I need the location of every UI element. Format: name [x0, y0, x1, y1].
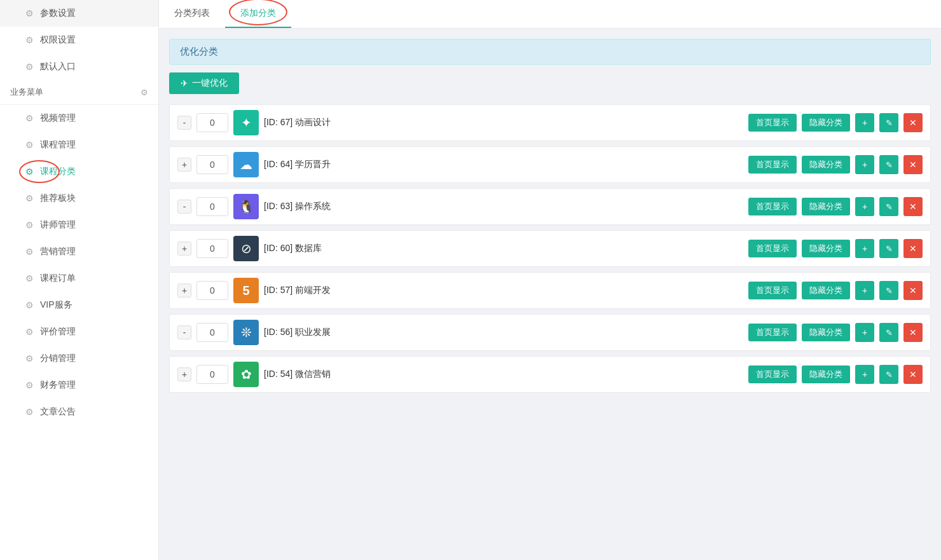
sidebar-item-video-mgmt[interactable]: ⚙ 视频管理 [0, 105, 158, 132]
sidebar-item-label: 权限设置 [40, 34, 76, 46]
sidebar-item-label: 营销管理 [40, 246, 76, 257]
add-child-btn[interactable]: + [855, 155, 874, 174]
add-child-btn[interactable]: + [855, 113, 874, 132]
section-gear-icon[interactable]: ⚙ [141, 88, 148, 97]
sidebar-item-label: 评价管理 [40, 326, 76, 338]
order-input[interactable] [196, 113, 228, 132]
show-home-btn[interactable]: 首页显示 [748, 114, 797, 132]
category-icon: ❊ [233, 320, 259, 345]
sort-decrease-btn[interactable]: - [177, 116, 191, 130]
optimize-btn-label: 一键优化 [192, 78, 228, 89]
edit-btn[interactable]: ✎ [879, 239, 898, 258]
content-area: 优化分类 ✈ 一键优化 - ✦ [ID: 67] 动画设计 首页显示 隐藏分类 … [159, 29, 941, 560]
table-row: - ✦ [ID: 67] 动画设计 首页显示 隐藏分类 + ✎ ✕ [169, 104, 931, 141]
hide-category-btn[interactable]: 隐藏分类 [802, 324, 850, 341]
edit-btn[interactable]: ✎ [879, 197, 898, 216]
order-input[interactable] [196, 239, 228, 258]
delete-btn[interactable]: ✕ [903, 113, 923, 132]
delete-btn[interactable]: ✕ [903, 281, 923, 300]
order-input[interactable] [196, 155, 228, 174]
sidebar-item-distribution-mgmt[interactable]: ⚙ 分销管理 [0, 345, 158, 372]
edit-btn[interactable]: ✎ [879, 281, 898, 300]
edit-btn[interactable]: ✎ [879, 113, 898, 132]
category-icon: ⊘ [233, 236, 259, 261]
sidebar-item-recommend-block[interactable]: ⚙ 推荐板块 [0, 185, 158, 212]
category-list: - ✦ [ID: 67] 动画设计 首页显示 隐藏分类 + ✎ ✕ + ☁ [I… [169, 104, 931, 393]
gear-icon: ⚙ [25, 380, 34, 390]
add-child-btn[interactable]: + [855, 239, 874, 258]
sort-decrease-btn[interactable]: + [177, 283, 191, 297]
order-input[interactable] [196, 281, 228, 300]
sort-decrease-btn[interactable]: - [177, 325, 191, 339]
edit-btn[interactable]: ✎ [879, 155, 898, 174]
sidebar-item-label: 课程管理 [40, 139, 76, 151]
table-row: + ☁ [ID: 64] 学历晋升 首页显示 隐藏分类 + ✎ ✕ [169, 146, 931, 183]
section-label: 业务菜单 [10, 86, 43, 98]
category-name: [ID: 67] 动画设计 [264, 117, 743, 128]
sidebar-item-permissions[interactable]: ⚙ 权限设置 [0, 27, 158, 53]
sidebar: ⚙ 参数设置 ⚙ 权限设置 ⚙ 默认入口 业务菜单 ⚙ ⚙ 视频管理 ⚙ 课程管… [0, 0, 159, 560]
sidebar-item-vip-service[interactable]: ⚙ VIP服务 [0, 292, 158, 318]
category-icon: ✿ [233, 362, 259, 387]
sidebar-item-teacher-mgmt[interactable]: ⚙ 讲师管理 [0, 212, 158, 238]
order-input[interactable] [196, 197, 228, 216]
add-child-btn[interactable]: + [855, 323, 874, 342]
delete-btn[interactable]: ✕ [903, 239, 923, 258]
sort-decrease-btn[interactable]: - [177, 200, 191, 214]
category-icon: ☁ [233, 152, 259, 177]
sidebar-item-course-category[interactable]: ⚙ 课程分类 [0, 158, 158, 185]
gear-icon: ⚙ [25, 327, 34, 337]
category-icon: ✦ [233, 110, 259, 135]
show-home-btn[interactable]: 首页显示 [748, 156, 797, 174]
show-home-btn[interactable]: 首页显示 [748, 365, 797, 383]
add-child-btn[interactable]: + [855, 197, 874, 216]
add-child-btn[interactable]: + [855, 281, 874, 300]
show-home-btn[interactable]: 首页显示 [748, 198, 797, 215]
delete-btn[interactable]: ✕ [903, 197, 923, 216]
delete-btn[interactable]: ✕ [903, 323, 923, 342]
gear-icon: ⚙ [25, 167, 34, 177]
table-row: - 🐧 [ID: 63] 操作系统 首页显示 隐藏分类 + ✎ ✕ [169, 188, 931, 225]
show-home-btn[interactable]: 首页显示 [748, 324, 797, 341]
delete-btn[interactable]: ✕ [903, 365, 923, 384]
gear-icon: ⚙ [25, 193, 34, 203]
hide-category-btn[interactable]: 隐藏分类 [802, 240, 850, 257]
sort-decrease-btn[interactable]: + [177, 242, 191, 256]
show-home-btn[interactable]: 首页显示 [748, 240, 797, 257]
sidebar-item-label: VIP服务 [40, 299, 72, 311]
optimize-button[interactable]: ✈ 一键优化 [169, 72, 239, 94]
sort-decrease-btn[interactable]: + [177, 158, 191, 172]
hide-category-btn[interactable]: 隐藏分类 [802, 114, 850, 132]
add-child-btn[interactable]: + [855, 365, 874, 384]
table-row: + ✿ [ID: 54] 微信营销 首页显示 隐藏分类 + ✎ ✕ [169, 356, 931, 393]
sidebar-item-label: 推荐板块 [40, 193, 76, 204]
tab-add-category[interactable]: 添加分类 [225, 0, 291, 28]
hide-category-btn[interactable]: 隐藏分类 [802, 365, 850, 383]
hide-category-btn[interactable]: 隐藏分类 [802, 156, 850, 174]
sidebar-item-label: 视频管理 [40, 113, 76, 124]
tab-category-list[interactable]: 分类列表 [159, 0, 225, 28]
sidebar-item-default-entry[interactable]: ⚙ 默认入口 [0, 53, 158, 80]
order-input[interactable] [196, 365, 228, 384]
sidebar-item-course-mgmt[interactable]: ⚙ 课程管理 [0, 132, 158, 158]
sidebar-item-course-order[interactable]: ⚙ 课程订单 [0, 265, 158, 292]
main-content: 分类列表 添加分类 优化分类 ✈ 一键优化 - ✦ [ID: 67] 动画设计 … [159, 0, 941, 560]
gear-icon: ⚙ [25, 300, 34, 310]
show-home-btn[interactable]: 首页显示 [748, 282, 797, 299]
sort-decrease-btn[interactable]: + [177, 367, 191, 381]
edit-btn[interactable]: ✎ [879, 365, 898, 384]
edit-btn[interactable]: ✎ [879, 323, 898, 342]
sidebar-item-review-mgmt[interactable]: ⚙ 评价管理 [0, 318, 158, 345]
hide-category-btn[interactable]: 隐藏分类 [802, 282, 850, 299]
delete-btn[interactable]: ✕ [903, 155, 923, 174]
sidebar-item-finance-mgmt[interactable]: ⚙ 财务管理 [0, 372, 158, 399]
sidebar-item-article-publish[interactable]: ⚙ 文章公告 [0, 399, 158, 425]
sidebar-item-params[interactable]: ⚙ 参数设置 [0, 0, 158, 27]
sidebar-item-label: 分销管理 [40, 353, 76, 364]
sidebar-item-marketing-mgmt[interactable]: ⚙ 营销管理 [0, 238, 158, 265]
order-input[interactable] [196, 323, 228, 342]
gear-icon: ⚙ [25, 247, 34, 257]
gear-icon: ⚙ [25, 35, 34, 45]
optimize-icon: ✈ [181, 78, 188, 88]
hide-category-btn[interactable]: 隐藏分类 [802, 198, 850, 215]
